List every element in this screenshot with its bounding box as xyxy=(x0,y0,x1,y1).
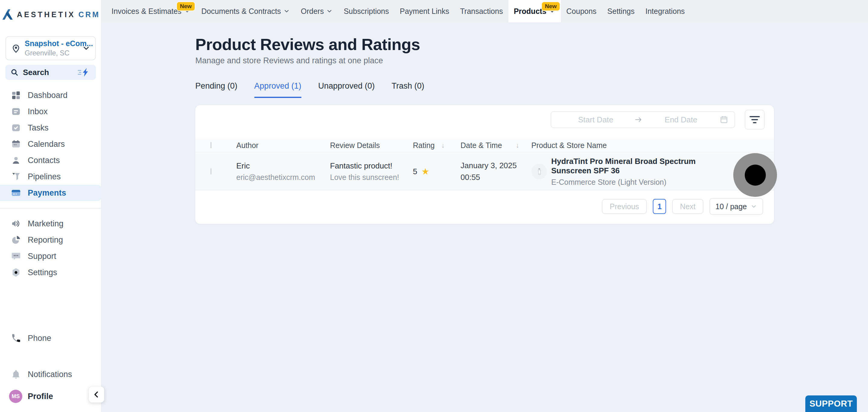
review-time: 00:55 xyxy=(461,173,521,182)
select-all-checkbox[interactable] xyxy=(210,142,212,148)
search-input[interactable]: Search xyxy=(5,65,96,80)
sidebar-item-notifications[interactable]: Notifications xyxy=(0,366,101,382)
sidebar-item-label: Notifications xyxy=(28,370,72,379)
date-cell: January 3, 2025 00:55 xyxy=(450,161,521,182)
author-cell: Eric eric@aesthetixcrm.com xyxy=(225,161,319,182)
nav-item-settings[interactable]: Settings xyxy=(602,0,640,22)
sidebar-menu-primary: Dashboard Inbox Tasks Calendars Contacts… xyxy=(0,87,101,201)
brand-name: AESTHETIX xyxy=(17,10,75,19)
column-header-review-details: Review Details xyxy=(319,141,402,150)
column-header-rating[interactable]: Rating↓ xyxy=(402,141,450,150)
nav-item-label: Subscriptions xyxy=(344,7,389,16)
next-page-button[interactable]: Next xyxy=(672,199,703,214)
table-row[interactable]: Eric eric@aesthetixcrm.com Fantastic pro… xyxy=(195,153,774,190)
sidebar-menu-secondary: Marketing Reporting Support Settings xyxy=(0,216,101,281)
tab-unapproved[interactable]: Unapproved (0) xyxy=(318,82,375,98)
nav-item-invoices-estimates[interactable]: New Invoices & Estimates xyxy=(106,0,196,22)
cursor-highlight-overlay xyxy=(733,153,777,197)
row-checkbox[interactable] xyxy=(210,168,212,175)
gear-icon xyxy=(11,267,21,278)
sidebar-item-phone[interactable]: Phone xyxy=(0,330,101,346)
chevron-down-icon xyxy=(283,8,290,14)
support-button[interactable]: SUPPORT xyxy=(805,395,857,412)
sidebar-item-pipelines[interactable]: Pipelines xyxy=(0,168,101,185)
page-size-select[interactable]: 10 / page xyxy=(710,198,763,215)
sidebar-item-label: Dashboard xyxy=(28,91,67,100)
date-range-picker[interactable]: Start Date End Date xyxy=(551,111,735,128)
chevron-down-icon xyxy=(750,203,757,210)
review-cell: Fantastic product! Love this sunscreen! xyxy=(319,161,402,182)
nav-item-subscriptions[interactable]: Subscriptions xyxy=(338,0,394,22)
top-navigation: New Invoices & Estimates Documents & Con… xyxy=(101,0,868,22)
nav-item-transactions[interactable]: Transactions xyxy=(455,0,508,22)
sidebar-item-marketing[interactable]: Marketing xyxy=(0,216,101,232)
avatar: MS xyxy=(9,390,22,403)
sidebar-item-settings[interactable]: Settings xyxy=(0,264,101,281)
profile-label: Profile xyxy=(28,392,53,401)
filter-button[interactable] xyxy=(745,110,765,130)
sidebar-item-inbox[interactable]: Inbox xyxy=(0,103,101,120)
product-name[interactable]: HydraTint Pro Mineral Broad Spectrum Sun… xyxy=(551,157,738,176)
end-date-input[interactable]: End Date xyxy=(643,115,719,124)
column-header-date-time[interactable]: Date & Time↓ xyxy=(450,141,521,150)
sidebar-item-support[interactable]: Support xyxy=(0,248,101,264)
calendar-icon xyxy=(11,139,21,149)
page-subtitle: Manage and store Reviews and ratings at … xyxy=(195,56,383,65)
sidebar-item-payments[interactable]: Payments xyxy=(0,185,101,201)
store-name: E-Commerce Store (Light Version) xyxy=(551,178,738,187)
brand-logo: AESTHETIX CRM xyxy=(0,8,101,21)
sidebar-item-reporting[interactable]: Reporting xyxy=(0,232,101,248)
author-name: Eric xyxy=(236,161,319,170)
tasks-check-icon xyxy=(11,123,21,133)
nav-item-label: Integrations xyxy=(645,7,685,16)
sidebar-item-dashboard[interactable]: Dashboard xyxy=(0,87,101,103)
start-date-input[interactable]: Start Date xyxy=(557,115,634,124)
pie-chart-icon xyxy=(11,235,21,245)
sidebar-item-label: Reporting xyxy=(28,235,63,245)
sidebar-item-contacts[interactable]: Contacts xyxy=(0,152,101,168)
sidebar-item-profile[interactable]: MS Profile xyxy=(0,388,101,405)
star-icon: ★ xyxy=(421,166,429,177)
previous-page-button[interactable]: Previous xyxy=(602,199,647,214)
megaphone-icon xyxy=(11,219,21,229)
sidebar-item-label: Phone xyxy=(28,334,51,343)
tab-pending[interactable]: Pending (0) xyxy=(195,82,238,98)
nav-item-integrations[interactable]: Integrations xyxy=(640,0,690,22)
nav-item-coupons[interactable]: Coupons xyxy=(561,0,602,22)
nav-item-payment-links[interactable]: Payment Links xyxy=(395,0,455,22)
person-icon xyxy=(11,155,21,165)
sidebar-collapse-button[interactable] xyxy=(89,386,104,403)
sidebar-item-label: Pipelines xyxy=(28,172,61,182)
review-body: Love this sunscreen! xyxy=(330,173,402,182)
nav-item-products[interactable]: New Products xyxy=(508,0,561,22)
inbox-icon xyxy=(11,106,21,117)
sort-down-icon[interactable]: ↓ xyxy=(516,141,520,150)
location-switcher[interactable]: Snapshot - eCom... Greenville, SC xyxy=(5,36,96,60)
sidebar-item-calendars[interactable]: Calendars xyxy=(0,136,101,152)
sidebar-item-label: Payments xyxy=(28,188,66,198)
location-city: Greenville, SC xyxy=(25,49,79,57)
review-date: January 3, 2025 xyxy=(461,161,521,170)
filter-icon xyxy=(753,122,756,123)
funnel-icon xyxy=(11,171,21,182)
sort-down-icon[interactable]: ↓ xyxy=(441,141,445,150)
sidebar-item-label: Marketing xyxy=(28,219,64,228)
tab-trash[interactable]: Trash (0) xyxy=(392,82,424,98)
page-size-value: 10 / page xyxy=(715,202,747,211)
bell-icon xyxy=(11,369,21,379)
sidebar: AESTHETIX CRM Snapshot - eCom... Greenvi… xyxy=(0,0,101,412)
nav-item-label: Invoices & Estimates xyxy=(112,7,181,16)
search-label: Search xyxy=(23,68,73,77)
nav-item-label: Transactions xyxy=(460,7,503,16)
column-header-author: Author xyxy=(225,141,319,150)
location-texts: Snapshot - eCom... Greenville, SC xyxy=(25,39,79,57)
page-number-1[interactable]: 1 xyxy=(653,199,666,214)
sidebar-item-label: Contacts xyxy=(28,156,60,165)
nav-item-documents-contracts[interactable]: Documents & Contracts xyxy=(196,0,296,22)
calendar-icon xyxy=(719,115,728,124)
sidebar-item-tasks[interactable]: Tasks xyxy=(0,120,101,136)
chevron-left-icon xyxy=(92,390,101,399)
nav-item-orders[interactable]: Orders xyxy=(296,0,338,22)
tab-approved[interactable]: Approved (1) xyxy=(254,82,301,98)
cursor-dot xyxy=(745,164,766,186)
